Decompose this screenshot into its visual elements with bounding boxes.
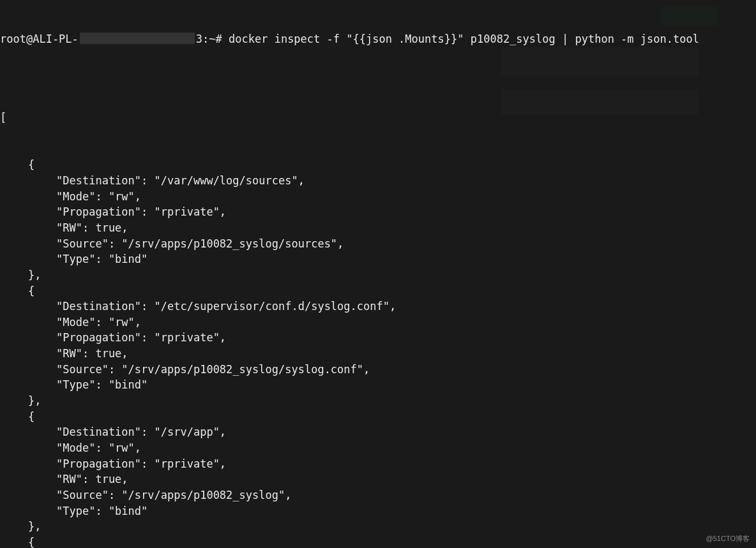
json-kv: "Type": "bind" bbox=[0, 251, 756, 267]
json-kv: "Propagation": "rprivate", bbox=[0, 204, 756, 220]
json-object-close: }, bbox=[0, 267, 756, 283]
json-kv: "Propagation": "rprivate", bbox=[0, 456, 756, 472]
prompt-line: root@ALI-PL-3:~# docker inspect -f "{{js… bbox=[0, 31, 756, 47]
json-kv: "RW": true, bbox=[0, 220, 756, 236]
json-object-open: { bbox=[0, 409, 756, 425]
json-object-close: }, bbox=[0, 519, 756, 535]
json-kv: "Mode": "rw", bbox=[0, 189, 756, 205]
redacted-hostname bbox=[80, 33, 195, 44]
json-kv: "Type": "bind" bbox=[0, 377, 756, 393]
json-kv: "Destination": "/var/www/log/sources", bbox=[0, 173, 756, 189]
terminal-window[interactable]: root@ALI-PL-3:~# docker inspect -f "{{js… bbox=[0, 0, 756, 548]
json-kv: "Destination": "/etc/supervisor/conf.d/s… bbox=[0, 299, 756, 315]
command-text: docker inspect -f "{{json .Mounts}}" p10… bbox=[229, 31, 699, 47]
json-kv: "Destination": "/srv/app", bbox=[0, 424, 756, 440]
json-open-bracket: [ bbox=[0, 110, 756, 126]
json-kv: "RW": true, bbox=[0, 346, 756, 362]
json-object-open: { bbox=[0, 157, 756, 173]
json-kv: "Source": "/srv/apps/p10082_syslog/sourc… bbox=[0, 236, 756, 252]
json-kv: "Mode": "rw", bbox=[0, 315, 756, 330]
json-object-open: { bbox=[0, 283, 756, 299]
prompt-user: root@ALI-PL- bbox=[0, 31, 79, 47]
watermark-text: @51CTO博客 bbox=[706, 534, 750, 544]
json-kv: "Source": "/srv/apps/p10082_syslog/syslo… bbox=[0, 362, 756, 378]
json-object-close: }, bbox=[0, 393, 756, 409]
json-kv: "RW": true, bbox=[0, 471, 756, 487]
json-kv: "Source": "/srv/apps/p10082_syslog", bbox=[0, 487, 756, 503]
json-kv: "Propagation": "rprivate", bbox=[0, 330, 756, 346]
json-output: [ {"Destination": "/var/www/log/sources"… bbox=[0, 78, 756, 548]
json-kv: "Type": "bind" bbox=[0, 503, 756, 519]
json-kv: "Mode": "rw", bbox=[0, 440, 756, 456]
prompt-suffix: 3:~# bbox=[196, 31, 229, 47]
json-object-open: { bbox=[0, 535, 756, 548]
